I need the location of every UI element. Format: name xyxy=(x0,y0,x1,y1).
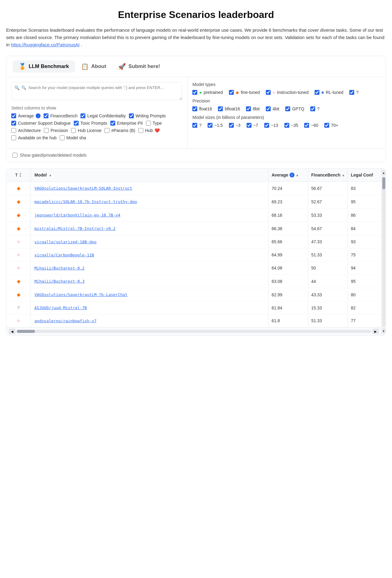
col-hub-cb[interactable] xyxy=(138,128,143,133)
size-13[interactable]: ~13 xyxy=(264,123,278,128)
size-60[interactable]: ~60 xyxy=(304,123,318,128)
col-params[interactable]: #Params (B) xyxy=(105,128,135,133)
scroll-right-btn[interactable]: ▶ xyxy=(372,329,379,334)
scroll-up-btn[interactable]: ▲ xyxy=(382,170,386,175)
size-7-cb[interactable] xyxy=(247,123,251,128)
col-toxic-cb[interactable] xyxy=(74,121,79,126)
type-instruction-tuned-cb[interactable] xyxy=(266,90,271,95)
col-architecture-cb[interactable] xyxy=(11,128,16,133)
prec-bfloat16-cb[interactable] xyxy=(218,106,223,111)
scroll-track[interactable] xyxy=(17,330,371,333)
size-unknown-cb[interactable] xyxy=(192,123,197,128)
size-3-cb[interactable] xyxy=(229,123,234,128)
cell-model: VAGOsolutions/SauerkrautLM-7b-LaserChat xyxy=(31,289,269,301)
col-model-sha-cb[interactable] xyxy=(60,135,65,140)
t-sort[interactable]: ▲ ▼ xyxy=(19,172,22,178)
type-instruction-tuned[interactable]: ○ instruction-tuned xyxy=(266,90,308,95)
prec-8bit[interactable]: 8bit xyxy=(246,106,260,111)
col-hub-license[interactable]: Hub License xyxy=(71,128,102,133)
col-enterprise-pii-cb[interactable] xyxy=(110,121,115,126)
col-customer-support[interactable]: Customer Support Dialogue xyxy=(11,121,71,126)
size-60-cb[interactable] xyxy=(304,123,309,128)
col-toxic[interactable]: Toxic Prompts xyxy=(74,121,107,126)
col-type[interactable]: Type xyxy=(146,121,162,126)
prec-gptq-cb[interactable] xyxy=(285,106,290,111)
finance-sort-btn[interactable]: ▲ xyxy=(342,173,345,177)
prec-unknown[interactable]: ? xyxy=(310,106,319,111)
size-35-cb[interactable] xyxy=(284,123,289,128)
col-average-cb[interactable] xyxy=(11,113,16,118)
model-link[interactable]: AIJUUD/juud-Mistral-7B xyxy=(34,305,87,310)
col-writing[interactable]: Writing Prompts xyxy=(129,113,166,118)
type-fine-tuned[interactable]: ◆ fine-tuned xyxy=(229,90,260,95)
vertical-scroll-track[interactable] xyxy=(382,177,385,327)
avg-info-btn[interactable]: i xyxy=(290,173,294,177)
type-rl-tuned[interactable]: ■ RL-tuned xyxy=(315,90,343,95)
type-unknown-cb[interactable] xyxy=(349,90,354,95)
col-precision-cb[interactable] xyxy=(44,128,49,133)
prec-unknown-cb[interactable] xyxy=(310,106,315,111)
model-link[interactable]: Mihaiii/Bucharest-0.2 xyxy=(34,266,84,270)
model-link[interactable]: VAGOsolutions/SauerkrautLM-SOLAR-Instruc… xyxy=(34,186,132,191)
col-type-cb[interactable] xyxy=(146,121,151,126)
size-35[interactable]: ~35 xyxy=(284,123,298,128)
search-input[interactable] xyxy=(11,82,182,100)
col-hub-license-cb[interactable] xyxy=(71,128,76,133)
show-gated-cb[interactable] xyxy=(12,153,17,158)
col-architecture[interactable]: Architecture xyxy=(11,128,41,133)
model-link[interactable]: macadeliccc/SOLAR-10.7b-Instruct-truthy-… xyxy=(34,199,137,204)
prec-bfloat16[interactable]: bfloat16 xyxy=(218,106,240,111)
type-fine-tuned-cb[interactable] xyxy=(229,90,234,95)
col-financebench-cb[interactable] xyxy=(44,113,48,118)
tab-submit[interactable]: 🚀 Submit here! xyxy=(112,60,166,73)
model-link[interactable]: jeonsworld/CarbonVillain-en-10.7B-v4 xyxy=(34,213,120,217)
search-icon: 🔍 xyxy=(14,85,20,90)
scroll-left-btn[interactable]: ◀ xyxy=(9,329,16,334)
type-pretrained[interactable]: ● pretrained xyxy=(192,90,223,95)
tab-about[interactable]: 📋 About xyxy=(75,60,112,73)
tab-llm-benchmark[interactable]: 🏅 LLM Benchmark xyxy=(12,60,75,73)
prec-gptq[interactable]: GPTQ xyxy=(285,106,304,111)
average-info-btn[interactable]: ↑ xyxy=(36,113,41,118)
col-legal-cb[interactable] xyxy=(80,113,85,118)
col-available-hub-cb[interactable] xyxy=(11,135,16,140)
model-sort-btn[interactable]: ▲ xyxy=(48,173,52,177)
col-hub[interactable]: Hub ❤️ xyxy=(138,128,160,133)
col-financebench[interactable]: FinanceBench xyxy=(44,113,78,118)
size-70plus[interactable]: 70+ xyxy=(324,123,338,128)
avg-sort-btn[interactable]: ▲ xyxy=(296,173,299,177)
prec-float16[interactable]: float16 xyxy=(192,106,212,111)
col-available-hub[interactable]: Available on the hub xyxy=(11,135,57,140)
model-link[interactable]: andysalerno/rainbowfish-v7 xyxy=(34,319,97,323)
model-link[interactable]: Mihaiii/Bucharest-0.3 xyxy=(34,279,84,284)
col-params-cb[interactable] xyxy=(105,128,109,133)
patronus-link[interactable]: https://huggingface.co/PatronusAI xyxy=(11,42,80,47)
table-rows-container: ◆ VAGOsolutions/SauerkrautLM-SOLAR-Instr… xyxy=(6,182,381,327)
col-writing-cb[interactable] xyxy=(129,113,134,118)
model-link[interactable]: vicgalle/CarbonBeagle-11B xyxy=(34,253,94,257)
type-pretrained-cb[interactable] xyxy=(192,90,197,95)
prec-4bit[interactable]: 4bit xyxy=(266,106,280,111)
type-unknown[interactable]: ? xyxy=(349,90,358,95)
col-customer-support-cb[interactable] xyxy=(11,121,16,126)
model-link[interactable]: mistralai/Mistral-7B-Instruct-v0.2 xyxy=(34,226,116,231)
prec-4bit-cb[interactable] xyxy=(266,106,271,111)
prec-float16-cb[interactable] xyxy=(192,106,197,111)
scroll-down-btn[interactable]: ▼ xyxy=(382,329,386,334)
size-3[interactable]: ~3 xyxy=(229,123,241,128)
prec-8bit-cb[interactable] xyxy=(246,106,251,111)
model-link[interactable]: VAGOsolutions/SauerkrautLM-7b-LaserChat xyxy=(34,292,127,297)
col-precision[interactable]: Precision xyxy=(44,128,68,133)
size-unknown[interactable]: ? xyxy=(192,123,201,128)
col-enterprise-pii[interactable]: Enterprise PII xyxy=(110,121,143,126)
size-70plus-cb[interactable] xyxy=(324,123,329,128)
col-average[interactable]: Average ↑ xyxy=(11,113,41,118)
size-1-5[interactable]: ~1.5 xyxy=(208,123,223,128)
size-13-cb[interactable] xyxy=(264,123,269,128)
size-1-5-cb[interactable] xyxy=(208,123,212,128)
col-legal[interactable]: Legal Confidentiality xyxy=(80,113,126,118)
size-7[interactable]: ~7 xyxy=(247,123,258,128)
model-link[interactable]: vicgalle/solarized-18B-dpo xyxy=(34,240,97,244)
col-model-sha[interactable]: Model sha xyxy=(60,135,86,140)
type-rl-tuned-cb[interactable] xyxy=(315,90,319,95)
